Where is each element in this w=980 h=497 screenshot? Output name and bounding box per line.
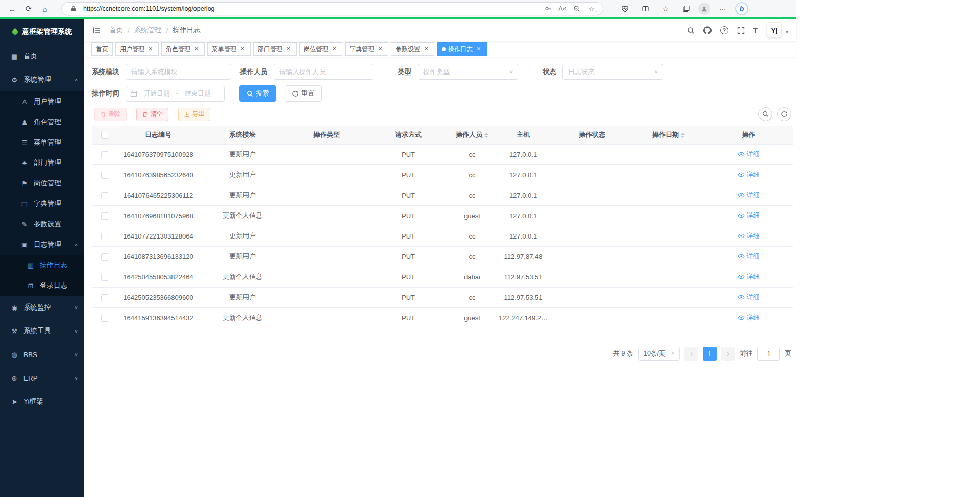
browser-essentials-icon[interactable]	[617, 2, 633, 16]
row-checkbox[interactable]	[101, 253, 108, 261]
tab[interactable]: 用户管理 ×	[115, 42, 159, 56]
menu-item[interactable]: ♣ 部门管理	[0, 153, 84, 173]
row-checkbox[interactable]	[101, 274, 108, 281]
detail-link[interactable]: 详细	[738, 313, 760, 322]
breadcrumb-item[interactable]: 首页	[109, 26, 123, 35]
close-tab-icon[interactable]: ×	[239, 45, 246, 53]
detail-link[interactable]: 详细	[738, 170, 760, 179]
url-text[interactable]: https://ccnetcore.com:1101/system/log/op…	[83, 5, 540, 12]
date-range-picker[interactable]: -	[126, 86, 225, 102]
detail-link[interactable]: 详细	[738, 231, 760, 241]
start-date-input[interactable]	[139, 90, 174, 97]
tab[interactable]: 岗位管理 ×	[299, 42, 342, 56]
menu-item[interactable]: ♙ 用户管理	[0, 91, 84, 112]
tab[interactable]: 首页	[91, 42, 113, 56]
menu-item[interactable]: ⚑ 岗位管理	[0, 173, 84, 194]
tab[interactable]: 字典管理 ×	[345, 42, 388, 56]
close-tab-icon[interactable]: ×	[377, 45, 384, 53]
search-button[interactable]: 搜索	[239, 85, 276, 102]
row-checkbox[interactable]	[101, 212, 108, 220]
col-date[interactable]: 操作日期	[633, 126, 704, 144]
page-size-select[interactable]: ∨	[638, 347, 680, 361]
menu-item[interactable]: ✎ 参数设置	[0, 214, 84, 234]
goto-page-input[interactable]	[757, 347, 780, 361]
user-avatar[interactable]: Yj	[767, 22, 782, 38]
breadcrumb-item[interactable]: 操作日志	[173, 26, 201, 35]
favorites-icon[interactable]: ☆	[657, 2, 674, 16]
more-menu-icon[interactable]: ⋯	[715, 2, 731, 16]
app-logo[interactable]: 意框架管理系统	[0, 19, 84, 44]
collections-icon[interactable]	[678, 2, 694, 16]
zoom-out-icon[interactable]	[571, 3, 582, 14]
export-button[interactable]: 导出	[178, 108, 210, 121]
add-favorite-icon[interactable]: ☆+	[585, 3, 597, 14]
toggle-search-button[interactable]	[758, 107, 772, 121]
row-checkbox[interactable]	[101, 294, 108, 301]
profile-avatar[interactable]	[698, 3, 710, 15]
row-checkbox[interactable]	[101, 192, 108, 199]
github-icon[interactable]	[703, 26, 712, 34]
select-all-checkbox[interactable]	[101, 132, 108, 139]
menu-item[interactable]: ♟ 角色管理	[0, 112, 84, 132]
close-tab-icon[interactable]: ×	[475, 45, 482, 53]
fullscreen-icon[interactable]	[737, 27, 745, 34]
help-icon[interactable]: ?	[720, 26, 728, 34]
close-tab-icon[interactable]: ×	[285, 45, 292, 53]
detail-link[interactable]: 详细	[738, 272, 760, 281]
row-checkbox[interactable]	[101, 151, 108, 158]
tab[interactable]: 菜单管理 ×	[207, 42, 251, 56]
back-button[interactable]: ←	[4, 2, 20, 16]
detail-link[interactable]: 详细	[738, 211, 760, 220]
status-select[interactable]: ∨	[562, 64, 663, 80]
menu-item[interactable]: ▣ 日志管理 ∧	[0, 234, 84, 255]
font-size-icon[interactable]: T	[753, 26, 758, 35]
menu-item[interactable]: ⊡ 登录日志	[0, 275, 84, 296]
search-icon[interactable]	[687, 27, 695, 34]
close-tab-icon[interactable]: ×	[331, 45, 338, 53]
detail-link[interactable]: 详细	[738, 252, 760, 261]
page-number-button[interactable]: 1	[703, 347, 717, 361]
menu-item[interactable]: ◉ 系统监控 ∨	[0, 296, 84, 319]
menu-item[interactable]: ▥ 操作日志	[0, 255, 84, 275]
avatar-caret-icon[interactable]: ▾	[786, 29, 788, 38]
tab[interactable]: 部门管理 ×	[253, 42, 297, 56]
refresh-button[interactable]: ⟳	[20, 2, 37, 16]
read-aloud-icon[interactable]: A	[557, 3, 568, 14]
sidebar-toggle-icon[interactable]	[92, 26, 101, 34]
reset-button[interactable]: 重置	[285, 85, 322, 102]
clear-button[interactable]: 清空	[136, 108, 168, 121]
breadcrumb-item[interactable]: 系统管理	[134, 26, 162, 35]
refresh-table-button[interactable]	[777, 107, 791, 121]
sort-carets-icon[interactable]	[681, 131, 685, 140]
row-checkbox[interactable]	[101, 172, 108, 179]
row-checkbox[interactable]	[101, 315, 108, 322]
menu-item[interactable]: ▦ 首页	[0, 44, 84, 68]
home-button[interactable]: ⌂	[37, 2, 53, 16]
close-tab-icon[interactable]: ×	[147, 45, 154, 53]
address-bar[interactable]: https://ccnetcore.com:1101/system/log/op…	[61, 2, 603, 15]
tab[interactable]: 参数设置 ×	[391, 42, 434, 56]
row-checkbox[interactable]	[101, 233, 108, 240]
tab[interactable]: 操作日志 ×	[437, 42, 487, 56]
menu-item[interactable]: ➤ Yi框架	[0, 390, 84, 413]
menu-item[interactable]: ⚙ 系统管理 ∧	[0, 68, 84, 91]
detail-link[interactable]: 详细	[738, 191, 760, 200]
type-select[interactable]: ∨	[418, 64, 518, 80]
menu-item[interactable]: ☰ 菜单管理	[0, 132, 84, 153]
close-tab-icon[interactable]: ×	[193, 45, 200, 53]
end-date-input[interactable]	[180, 90, 215, 97]
tab[interactable]: 角色管理 ×	[161, 42, 205, 56]
split-screen-icon[interactable]	[637, 2, 653, 16]
detail-link[interactable]: 详细	[738, 293, 760, 302]
menu-item[interactable]: ⚒ 系统工具 ∨	[0, 319, 84, 343]
sort-carets-icon[interactable]	[484, 131, 488, 140]
col-operator[interactable]: 操作人员	[449, 126, 495, 144]
operator-input[interactable]	[274, 64, 373, 80]
module-input[interactable]	[126, 64, 231, 80]
detail-link[interactable]: 详细	[738, 150, 760, 159]
bing-copilot-icon[interactable]: b	[736, 3, 747, 14]
menu-item[interactable]: ◍ BBS ∨	[0, 343, 84, 366]
close-tab-icon[interactable]: ×	[423, 45, 430, 53]
menu-item[interactable]: ▤ 字典管理	[0, 194, 84, 214]
menu-item[interactable]: ⊛ ERP ∨	[0, 366, 84, 390]
